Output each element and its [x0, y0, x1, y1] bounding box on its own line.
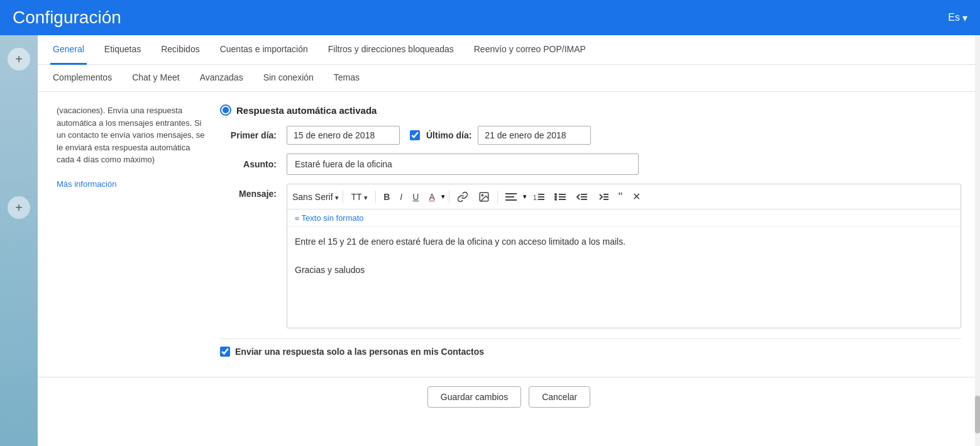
scrollbar-thumb[interactable]: [975, 396, 980, 433]
indent-increase-button[interactable]: [593, 190, 612, 204]
bold-button[interactable]: B: [380, 189, 394, 204]
message-row: Mensaje: Sans Serif ▾ TT ▾ B I U: [220, 184, 961, 328]
clear-format-button[interactable]: ✕: [629, 188, 644, 205]
separator-4: [497, 191, 498, 203]
header: Configuración Es ▾: [0, 0, 980, 35]
more-info-link[interactable]: Más información: [57, 179, 116, 189]
ordered-list-button[interactable]: 1.: [529, 190, 548, 204]
font-size-button[interactable]: TT ▾: [347, 189, 372, 204]
svg-point-11: [554, 198, 557, 201]
svg-point-1: [482, 194, 483, 196]
italic-button[interactable]: I: [396, 189, 406, 204]
auto-response-radio[interactable]: [220, 104, 231, 116]
auto-response-label: Respuesta automática activada: [236, 105, 377, 116]
tab-recibidos[interactable]: Recibidos: [158, 35, 202, 65]
first-day-input[interactable]: [287, 126, 400, 145]
align-button[interactable]: [502, 190, 520, 204]
tab-avanzadas[interactable]: Avanzadas: [197, 65, 246, 92]
tab-chat-meet[interactable]: Chat y Meet: [129, 65, 182, 92]
last-day-input[interactable]: [478, 126, 591, 145]
first-day-label: Primer día:: [220, 130, 277, 140]
font-color-button[interactable]: A: [425, 189, 438, 204]
tab-reenvio[interactable]: Reenvío y correo POP/IMAP: [471, 35, 588, 65]
indent-decrease-button[interactable]: [572, 190, 591, 204]
last-day-checkbox[interactable]: [410, 130, 420, 140]
primary-tabs: General Etiquetas Recibidos Cuentas e im…: [38, 35, 980, 65]
plain-text-link[interactable]: « Texto sin formato: [287, 209, 961, 227]
chevron-down-icon: ▾: [962, 12, 967, 24]
cancel-button[interactable]: Cancelar: [529, 386, 590, 408]
image-button[interactable]: [475, 189, 493, 205]
save-button[interactable]: Guardar cambios: [427, 386, 521, 408]
sidebar-add-button[interactable]: +: [8, 48, 30, 70]
scrollbar-track: [975, 35, 980, 446]
tab-cuentas[interactable]: Cuentas e importación: [217, 35, 311, 65]
subject-row: Asunto:: [220, 153, 961, 175]
message-line-1: Entre el 15 y 21 de enero estaré fuera d…: [295, 235, 953, 248]
quote-button[interactable]: ": [615, 189, 626, 205]
date-row: Primer día: Último día:: [220, 126, 961, 145]
link-button[interactable]: [453, 189, 472, 205]
action-buttons: Guardar cambios Cancelar: [38, 377, 980, 416]
contacts-checkbox-row: Enviar una respuesta solo a las personas…: [220, 338, 961, 364]
font-color-icon: ▾: [441, 192, 445, 201]
align-dropdown-icon: ▾: [523, 192, 527, 201]
sidebar: + +: [0, 35, 38, 446]
language-selector[interactable]: Es ▾: [948, 12, 967, 24]
tab-filtros[interactable]: Filtros y direcciones bloqueadas: [326, 35, 456, 65]
contacts-only-checkbox[interactable]: [220, 347, 230, 357]
separator-3: [449, 191, 449, 203]
svg-point-9: [554, 193, 557, 196]
separator-2: [375, 191, 376, 203]
last-day-group: Último día:: [410, 126, 591, 145]
main-content: General Etiquetas Recibidos Cuentas e im…: [38, 35, 980, 446]
message-toolbar: Sans Serif ▾ TT ▾ B I U A ▾: [287, 184, 961, 209]
subject-label: Asunto:: [220, 159, 277, 169]
font-family-select[interactable]: Sans Serif ▾: [292, 192, 339, 202]
tab-temas[interactable]: Temas: [331, 65, 362, 92]
tab-sin-conexion[interactable]: Sin conexión: [261, 65, 316, 92]
contacts-only-label: Enviar una respuesta solo a las personas…: [235, 347, 484, 357]
tab-complementos[interactable]: Complementos: [50, 65, 114, 92]
message-body[interactable]: Entre el 15 y 21 de enero estaré fuera d…: [287, 227, 961, 328]
separator-1: [343, 191, 343, 203]
page-title: Configuración: [13, 8, 121, 28]
last-day-label: Último día:: [426, 130, 471, 140]
form-area: Respuesta automática activada Primer día…: [220, 104, 961, 364]
message-label: Mensaje:: [220, 184, 277, 199]
secondary-tabs: Complementos Chat y Meet Avanzadas Sin c…: [38, 65, 980, 92]
content-area: (vacaciones). Envía una respuesta automá…: [38, 92, 980, 377]
svg-point-10: [554, 196, 557, 198]
message-line-2: Gracias y saludos: [295, 263, 953, 277]
underline-button[interactable]: U: [409, 189, 422, 204]
tab-etiquetas[interactable]: Etiquetas: [102, 35, 143, 65]
unordered-list-button[interactable]: [551, 190, 570, 204]
subject-input[interactable]: [287, 153, 639, 175]
description-panel: (vacaciones). Envía una respuesta automá…: [57, 104, 207, 364]
message-editor: Sans Serif ▾ TT ▾ B I U A ▾: [287, 184, 961, 328]
tab-general[interactable]: General: [50, 35, 87, 65]
auto-response-header: Respuesta automática activada: [220, 104, 961, 116]
description-text: (vacaciones). Envía una respuesta automá…: [57, 104, 207, 166]
svg-text:1.: 1.: [533, 194, 538, 201]
sidebar-add-button-2[interactable]: +: [8, 196, 30, 219]
